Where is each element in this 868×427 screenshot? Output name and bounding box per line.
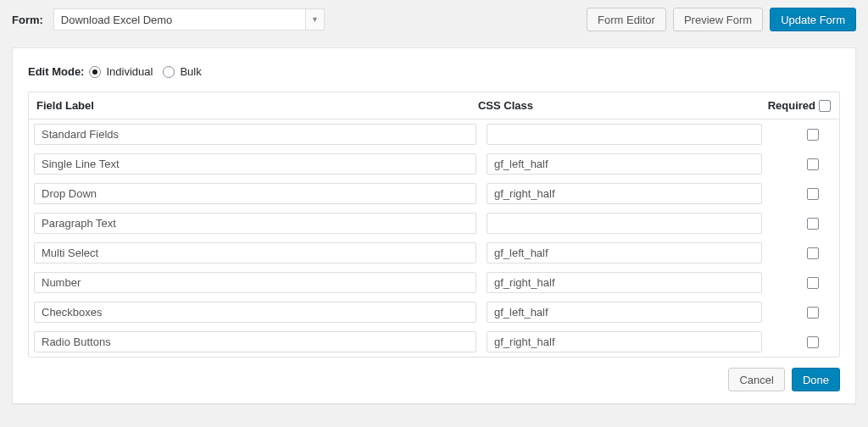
field-label-input[interactable] [34, 242, 476, 263]
fields-table: Field Label CSS Class Required [28, 92, 840, 358]
required-all-checkbox[interactable] [819, 100, 831, 112]
css-class-input[interactable] [487, 153, 762, 175]
css-class-input[interactable] [487, 213, 762, 234]
edit-mode-label: Edit Mode: [28, 65, 84, 78]
edit-mode-row: Edit Mode: Individual Bulk [28, 65, 840, 78]
field-label-input[interactable] [34, 124, 476, 145]
footer-buttons: Cancel Done [28, 368, 840, 391]
radio-individual-label: Individual [106, 65, 153, 78]
css-class-input[interactable] [487, 302, 762, 323]
cancel-button[interactable]: Cancel [728, 368, 784, 391]
css-class-input[interactable] [487, 272, 762, 293]
form-label: Form: [12, 14, 43, 26]
field-label-input[interactable] [34, 183, 476, 204]
update-form-button[interactable]: Update Form [770, 8, 856, 31]
preview-form-button[interactable]: Preview Form [673, 8, 763, 31]
css-class-input[interactable] [487, 124, 762, 145]
required-checkbox[interactable] [807, 247, 819, 259]
required-checkbox[interactable] [807, 277, 819, 289]
chevron-down-icon: ▼ [305, 9, 324, 30]
required-checkbox[interactable] [807, 188, 819, 200]
table-header: Field Label CSS Class Required [29, 92, 839, 119]
field-label-input[interactable] [34, 153, 476, 175]
table-row [29, 297, 839, 327]
css-class-input[interactable] [487, 183, 762, 204]
field-label-input[interactable] [34, 331, 476, 352]
col-required-label: Required [768, 99, 815, 112]
form-editor-button[interactable]: Form Editor [587, 8, 666, 31]
table-row [29, 208, 839, 238]
top-toolbar: Form: Download Excel Demo ▼ Form Editor … [0, 0, 868, 39]
required-checkbox[interactable] [807, 336, 819, 348]
col-field-label: Field Label [33, 99, 475, 112]
table-row [29, 179, 839, 208]
form-select[interactable]: Download Excel Demo ▼ [53, 8, 325, 30]
radio-individual[interactable] [89, 66, 101, 78]
table-row [29, 268, 839, 297]
col-css-class: CSS Class [475, 99, 768, 112]
table-row [29, 238, 839, 268]
css-class-input[interactable] [487, 242, 762, 263]
required-checkbox[interactable] [807, 307, 819, 319]
col-required: Required [768, 99, 832, 112]
field-label-input[interactable] [34, 302, 476, 323]
field-label-input[interactable] [34, 272, 476, 293]
required-checkbox[interactable] [807, 158, 819, 170]
required-checkbox[interactable] [807, 218, 819, 230]
done-button[interactable]: Done [792, 368, 840, 391]
table-row [29, 119, 839, 149]
editor-panel: Edit Mode: Individual Bulk Field Label C… [12, 47, 856, 404]
required-checkbox[interactable] [807, 129, 819, 141]
radio-bulk-label: Bulk [180, 65, 201, 78]
form-select-value: Download Excel Demo [61, 14, 173, 26]
table-row [29, 149, 839, 179]
radio-bulk[interactable] [163, 66, 175, 78]
css-class-input[interactable] [487, 331, 762, 352]
table-row [29, 327, 839, 357]
field-label-input[interactable] [34, 213, 476, 234]
